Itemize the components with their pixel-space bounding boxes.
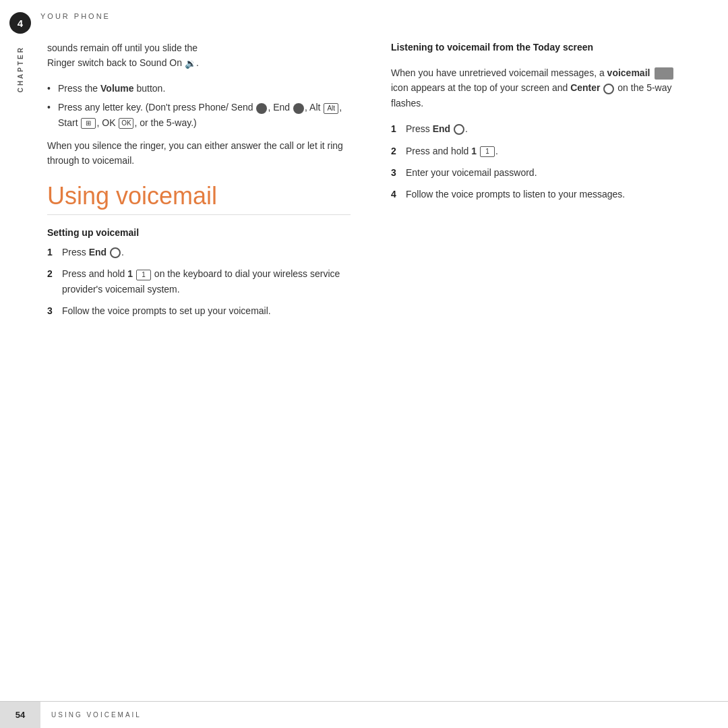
left-column: sounds remain off until you slide the Ri… [40,34,371,708]
step-num-2: 2 [47,266,62,281]
right-intro-text: When you have unretrieved voicemail mess… [391,65,694,111]
chapter-sidebar: 4 CHAPTER [0,0,40,728]
intro-line2: Ringer switch back to Sound On [47,57,182,68]
step-text-1: Press End . [62,245,351,260]
right-mid-text: icon appears at the top of your screen a… [391,82,570,93]
page-header: YOUR PHONE [40,12,111,20]
right-intro-prefix: When you have unretrieved voicemail mess… [391,67,607,78]
section-heading: Using voicemail [47,182,351,215]
step-1: 1 Press End . [47,245,351,260]
right-section-heading: Listening to voicemail from the Today sc… [391,40,694,55]
right-step-text-4: Follow the voice prompts to listen to yo… [406,187,694,202]
step-text-3: Follow the voice prompts to set up your … [62,303,351,318]
center-circle-icon [603,84,614,94]
step-2: 2 Press and hold 1 1 on the keyboard to … [47,266,351,297]
step1-end-bold: End [89,247,107,257]
right-step-1: 1 Press End . [391,121,694,136]
footer-label: USING VOICEMAIL [51,711,142,719]
chapter-number: 4 [9,12,31,34]
right-steps: 1 Press End . 2 Press and hold 1 1. 3 En… [391,121,694,202]
step-text-2: Press and hold 1 1 on the keyboard to di… [62,266,351,297]
right-step-4: 4 Follow the voice prompts to listen to … [391,187,694,202]
key-1-icon: 1 [136,270,151,280]
right-step-num-4: 4 [391,187,406,202]
right-step-2: 2 Press and hold 1 1. [391,144,694,158]
step2-1-bold: 1 [127,268,133,279]
intro-line1: sounds remain off until you slide the [47,42,198,53]
volume-bold: Volume [100,83,134,94]
step-num-3: 3 [47,303,62,318]
start-key-icon: ⊞ [81,118,96,129]
rstep2-1-bold: 1 [471,146,477,156]
setup-steps: 1 Press End . 2 Press and hold 1 1 on th… [47,245,351,319]
right-step-num-1: 1 [391,121,406,136]
rstep1-end-bold: End [433,123,450,134]
end-icon [293,103,304,114]
main-content: sounds remain off until you slide the Ri… [40,34,728,708]
bullet-volume: Press the Volume button. [47,81,351,96]
silence-text: When you silence the ringer, you can eit… [47,138,351,169]
right-column: Listening to voicemail from the Today sc… [371,34,701,708]
right-step-num-2: 2 [391,144,406,158]
alt-key-icon: Alt [324,103,338,114]
right-step-num-3: 3 [391,165,406,180]
page-number: 54 [0,702,40,729]
right-step-text-2: Press and hold 1 1. [406,144,694,158]
voicemail-icon-inline [655,67,673,80]
bullet-list: Press the Volume button. Press any lette… [47,81,351,130]
footer: 54 USING VOICEMAIL [0,701,728,728]
end-circle-icon-r1 [454,124,464,135]
speaker-icon: 🔉 [185,56,196,71]
voicemail-bold: voicemail [607,67,650,78]
intro-text: sounds remain off until you slide the Ri… [47,40,351,71]
bullet-keys: Press any letter key. (Don't press Phone… [47,100,351,130]
step-3: 3 Follow the voice prompts to set up you… [47,303,351,318]
step-num-1: 1 [47,245,62,260]
ok-key-icon: OK [119,118,133,129]
key-1-icon-r: 1 [480,146,495,157]
setup-heading: Setting up voicemail [47,227,351,238]
end-circle-icon-1 [110,247,121,258]
center-bold: Center [570,82,600,93]
chapter-label: CHAPTER [17,46,24,92]
right-step-3: 3 Enter your voicemail password. [391,165,694,180]
right-step-text-1: Press End . [406,121,694,136]
send-icon [256,103,267,114]
right-step-text-3: Enter your voicemail password. [406,165,694,180]
